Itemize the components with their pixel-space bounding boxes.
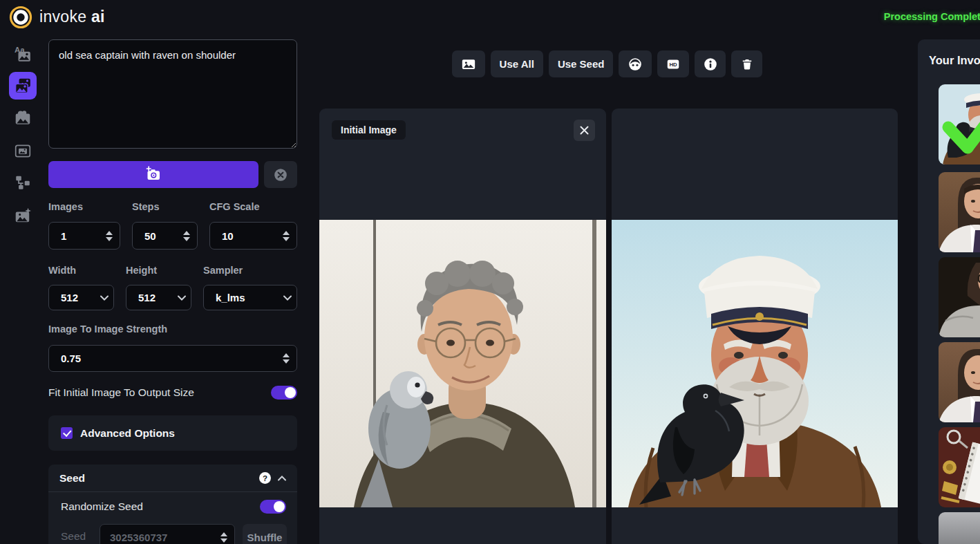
close-icon [580, 126, 589, 135]
tab-post-processing[interactable] [9, 202, 37, 229]
height-label: Height [126, 265, 157, 276]
height-select[interactable]: 512 [126, 285, 191, 310]
steps-stepper[interactable] [176, 223, 197, 249]
steps-label: Steps [132, 201, 160, 212]
gallery-thumb-woman-glasses[interactable] [939, 257, 980, 337]
seed-field-label: Seed [61, 530, 86, 543]
image-to-image-icon [14, 77, 32, 95]
tab-image-to-image[interactable] [9, 72, 37, 100]
selected-check-icon [939, 84, 980, 165]
upscale-button[interactable]: HD [657, 50, 689, 77]
hd-icon: HD [666, 57, 681, 72]
text-to-image-icon: Aa [14, 45, 32, 63]
cancel-button[interactable] [264, 161, 297, 188]
result-image-panel [612, 109, 898, 544]
images-value: 1 [49, 230, 99, 242]
tab-inpainting[interactable] [9, 104, 37, 132]
face-icon [628, 57, 643, 72]
invokeai-app: invoke ai Processing Complete Aa [0, 0, 980, 544]
cfg-scale-value: 10 [210, 230, 276, 242]
svg-text:HD: HD [670, 62, 678, 68]
strength-stepper[interactable] [276, 346, 296, 371]
fit-initial-label: Fit Initial Image To Output Size [48, 386, 194, 399]
initial-image [319, 220, 606, 507]
status-text: Processing Complete [884, 11, 980, 22]
top-bar: invoke ai Processing Complete [0, 0, 980, 35]
delete-button[interactable] [731, 50, 762, 77]
seed-number-input[interactable] [100, 524, 235, 544]
sampler-select[interactable]: k_lms [203, 285, 297, 310]
seed-value-field[interactable] [100, 531, 214, 544]
fit-initial-toggle[interactable] [271, 386, 297, 400]
gallery-thumb-woman-1[interactable] [939, 172, 980, 252]
advanced-options-checkbox[interactable] [61, 427, 73, 439]
gallery-title: Your Invocations [929, 54, 980, 67]
width-select[interactable]: 512 [48, 285, 114, 310]
use-seed-button[interactable]: Use Seed [549, 50, 614, 77]
image-icon [461, 57, 476, 72]
sampler-label: Sampler [203, 265, 243, 276]
inpainting-icon [14, 109, 32, 127]
gallery-panel: Your Invocations [918, 39, 980, 544]
brand-word: invoke [39, 8, 86, 26]
outpainting-icon [14, 142, 32, 160]
brand-bold: ai [91, 8, 105, 26]
randomize-seed-toggle[interactable] [260, 500, 286, 514]
fix-faces-button[interactable] [619, 50, 652, 77]
prompt-input[interactable]: old sea captain with raven on shoulder [48, 39, 297, 149]
initial-image-badge: Initial Image [332, 120, 406, 140]
seed-accordion-header[interactable]: Seed ? [48, 465, 297, 492]
help-glyph: ? [263, 474, 267, 482]
seed-box: Seed ? Randomize Seed Seed Shuffle [48, 465, 297, 544]
invoke-button[interactable] [48, 161, 258, 188]
cancel-circle-x-icon [273, 167, 288, 182]
strength-input[interactable]: 0.75 [48, 345, 297, 372]
randomize-seed-label: Randomize Seed [61, 500, 143, 513]
tab-outpainting[interactable] [9, 137, 37, 165]
cfg-scale-label: CFG Scale [209, 201, 260, 212]
tab-nodes[interactable] [9, 169, 37, 196]
post-processing-icon [14, 207, 32, 225]
use-all-button[interactable]: Use All [491, 50, 543, 77]
cfg-scale-input[interactable]: 10 [209, 222, 297, 250]
camera-plus-icon [144, 166, 162, 184]
steps-value: 50 [133, 230, 176, 242]
trash-icon [740, 57, 754, 71]
advanced-options-box: Advanced Options [48, 415, 297, 451]
chevron-down-icon [279, 295, 296, 301]
height-value: 512 [126, 292, 173, 303]
gallery-thumb-partial[interactable] [939, 512, 980, 544]
chevron-down-icon [173, 295, 191, 301]
shuffle-button[interactable]: Shuffle [243, 524, 287, 544]
help-icon[interactable]: ? [259, 472, 271, 484]
width-value: 512 [49, 292, 95, 303]
width-label: Width [48, 265, 76, 276]
seed-section-title: Seed [59, 472, 259, 485]
details-button[interactable] [695, 50, 726, 77]
sampler-value: k_lms [204, 292, 279, 303]
strength-value: 0.75 [49, 353, 276, 364]
cfg-stepper[interactable] [276, 223, 296, 249]
toggle-knob [274, 501, 285, 512]
check-mark-icon [63, 428, 71, 436]
result-image [612, 220, 898, 507]
gallery-thumb-sketchbook[interactable] [939, 427, 980, 507]
invoke-logo-icon [9, 6, 32, 29]
advanced-options-label: Advanced Options [80, 427, 175, 440]
gallery-thumb-woman-2[interactable] [939, 342, 980, 422]
gallery-thumb-captain-selected[interactable] [939, 84, 980, 165]
images-label: Images [48, 201, 83, 212]
viewer-toolbar: Use All Use Seed HD [307, 50, 907, 77]
tab-text-to-image[interactable]: Aa [9, 40, 37, 68]
nodes-icon [14, 173, 32, 191]
steps-input[interactable]: 50 [132, 222, 198, 250]
chevron-up-icon [278, 476, 286, 481]
initial-image-panel: Initial Image [319, 109, 606, 544]
strength-label: Image To Image Strength [48, 323, 167, 335]
seed-stepper[interactable] [214, 525, 234, 544]
images-input[interactable]: 1 [48, 222, 120, 250]
images-stepper[interactable] [99, 223, 120, 249]
clear-initial-image-button[interactable] [574, 120, 595, 141]
send-to-image-button[interactable] [452, 50, 485, 77]
app-title: invoke ai [39, 8, 105, 26]
